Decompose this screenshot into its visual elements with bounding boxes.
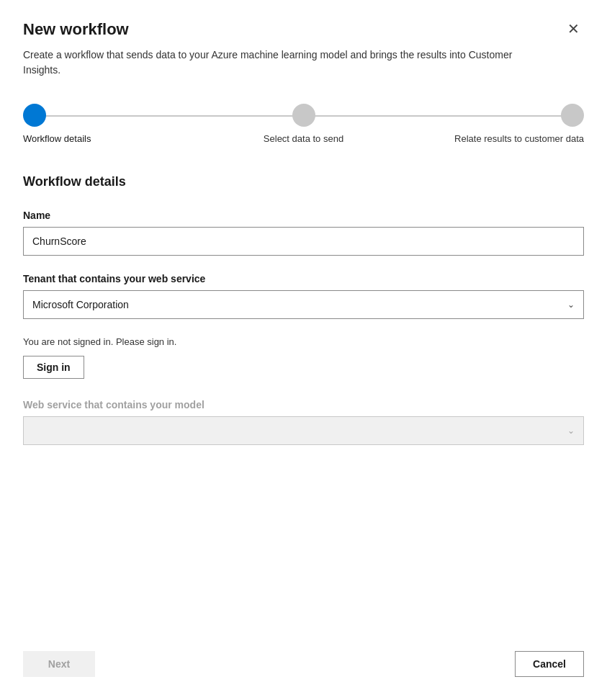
name-input[interactable] <box>23 227 584 256</box>
tenant-value: Microsoft Corporation <box>32 299 129 310</box>
step-3-circle <box>561 104 584 127</box>
dialog-header: New workflow ✕ <box>23 20 584 39</box>
tenant-chevron-icon: ⌄ <box>567 300 575 310</box>
step-2-label: Select data to send <box>264 133 343 145</box>
step-3-label: Relate results to customer data <box>454 133 584 145</box>
new-workflow-dialog: New workflow ✕ Create a workflow that se… <box>0 0 607 700</box>
step-1: Workflow details <box>23 104 210 145</box>
web-service-field-group: Web service that contains your model ⌄ <box>23 399 584 445</box>
step-2: Select data to send <box>210 104 397 145</box>
stepper-steps: Workflow details Select data to send Rel… <box>23 104 584 145</box>
step-1-circle <box>23 104 46 127</box>
section-title: Workflow details <box>23 174 584 189</box>
tenant-field-group: Tenant that contains your web service Mi… <box>23 273 584 319</box>
stepper: Workflow details Select data to send Rel… <box>23 104 584 145</box>
cancel-button[interactable]: Cancel <box>515 651 584 677</box>
dialog-subtitle: Create a workflow that sends data to you… <box>23 48 527 78</box>
dialog-footer: Next Cancel <box>23 651 584 677</box>
sign-in-note: You are not signed in. Please sign in. <box>23 336 584 347</box>
step-1-label: Workflow details <box>23 133 91 145</box>
tenant-label: Tenant that contains your web service <box>23 273 584 284</box>
name-field-group: Name <box>23 210 584 256</box>
web-service-select: ⌄ <box>23 416 584 445</box>
web-service-chevron-icon: ⌄ <box>567 426 575 436</box>
dialog-title: New workflow <box>23 20 129 39</box>
next-button[interactable]: Next <box>23 651 95 677</box>
step-2-circle <box>292 104 315 127</box>
step-3: Relate results to customer data <box>397 104 584 145</box>
tenant-select[interactable]: Microsoft Corporation ⌄ <box>23 290 584 319</box>
web-service-label: Web service that contains your model <box>23 399 584 410</box>
name-label: Name <box>23 210 584 221</box>
close-button[interactable]: ✕ <box>563 20 584 37</box>
sign-in-button[interactable]: Sign in <box>23 356 84 379</box>
